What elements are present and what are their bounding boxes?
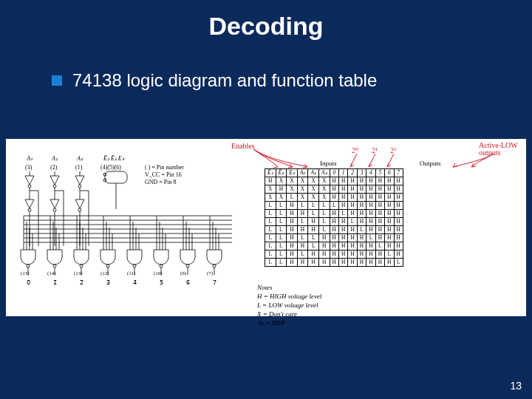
out-pin: (12) [100, 270, 109, 276]
svg-point-60 [133, 265, 136, 267]
out-pin: (7) [207, 270, 213, 276]
th-output: 0 [330, 169, 338, 177]
table-cell: H [357, 234, 366, 242]
table-cell: L [265, 242, 276, 250]
table-cell: H [375, 218, 384, 226]
table-cell: H [308, 218, 319, 226]
svg-point-42 [53, 265, 56, 267]
table-cell: L [308, 234, 319, 242]
table-row: LLHHHLHHHLHHHH [265, 226, 403, 234]
table-cell: H [297, 259, 308, 267]
table-cell: H [297, 210, 308, 218]
table-cell: H [287, 226, 298, 234]
table-cell: H [330, 242, 338, 250]
table-cell: X [297, 177, 308, 185]
th-input: A₁ [308, 169, 319, 177]
svg-point-48 [80, 265, 83, 267]
out-label: 2̄ [80, 279, 83, 286]
table-cell: H [287, 250, 298, 259]
table-cell: X [318, 194, 330, 202]
table-cell: L [276, 226, 287, 234]
table-cell: H [366, 202, 375, 210]
out-label: 7̄ [213, 279, 216, 286]
table-cell: H [385, 210, 394, 218]
table-cell: H [375, 226, 384, 234]
table-cell: H [287, 242, 298, 250]
out-pin: (14) [47, 270, 56, 276]
table-cell: H [318, 259, 330, 267]
table-cell: H [357, 202, 366, 210]
table-cell: H [348, 250, 357, 259]
table-cell: H [297, 226, 308, 234]
out-pin: (9) [180, 270, 186, 276]
table-cell: H [357, 177, 366, 185]
table-cell: L [357, 226, 366, 234]
svg-rect-6 [105, 171, 127, 183]
table-cell: H [394, 185, 403, 194]
table-row: XXLXXXHHHHHHHH [265, 194, 403, 202]
table-row: LLHLLHHHHHLHHH [265, 234, 403, 242]
table-cell: H [348, 177, 357, 185]
table-cell: H [394, 218, 403, 226]
th-output: 6 [385, 169, 394, 177]
table-cell: H [366, 226, 375, 234]
table-cell: H [385, 202, 394, 210]
table-cell: L [297, 218, 308, 226]
table-row: HXXXXXHHHHHHHH [265, 177, 403, 185]
table-cell: H [330, 185, 338, 194]
table-cell: H [357, 185, 366, 194]
page-number: 13 [510, 380, 522, 392]
table-cell: L [366, 234, 375, 242]
table-cell: L [276, 218, 287, 226]
out-label: 4̄ [133, 279, 137, 286]
table-cell: L [385, 250, 394, 259]
table-cell: X [276, 177, 287, 185]
table-cell: H [348, 226, 357, 234]
table-cell: H [308, 259, 319, 267]
table-cell: H [297, 242, 308, 250]
th-output: 1 [338, 169, 347, 177]
table-cell: H [348, 259, 357, 267]
table-cell: L [318, 218, 330, 226]
notes-title: Notes [257, 283, 322, 292]
table-cell: H [348, 210, 357, 218]
notes-l1: H = HIGH voltage level [257, 292, 322, 301]
table-cell: H [394, 226, 403, 234]
table-cell: H [375, 234, 384, 242]
svg-point-66 [160, 265, 163, 267]
table-cell: H [348, 185, 357, 194]
th-output: 5 [375, 169, 384, 177]
table-cell: H [385, 242, 394, 250]
out-label: 0̄ [27, 279, 30, 286]
svg-point-54 [106, 265, 109, 267]
table-cell: H [330, 218, 338, 226]
table-cell: H [348, 202, 357, 210]
notes-l4: A₂ = MSB [257, 318, 322, 327]
notes-l3: X = Don't care [257, 310, 322, 318]
table-cell: L [338, 210, 347, 218]
th-input: Ē₂ [276, 169, 287, 177]
table-cell: H [394, 194, 403, 202]
table-cell: H [330, 177, 338, 185]
table-cell: L [276, 210, 287, 218]
table-cell: H [394, 202, 403, 210]
table-cell: H [338, 259, 347, 267]
table-cell: L [375, 242, 384, 250]
th-output: 4 [366, 169, 375, 177]
table-cell: L [308, 242, 319, 250]
table-cell: H [308, 226, 319, 234]
svg-point-78 [213, 265, 216, 267]
bullet-icon [52, 75, 62, 86]
table-cell: H [287, 218, 298, 226]
table-row: LLHHLLHLHHHHHH [265, 210, 403, 218]
table-cell: H [338, 185, 347, 194]
table-cell: L [265, 259, 276, 267]
svg-point-36 [27, 265, 30, 267]
table-cell: H [357, 218, 366, 226]
out-label: 5̄ [160, 279, 163, 286]
out-label: 3̄ [106, 279, 110, 286]
table-cell: H [366, 185, 375, 194]
table-cell: L [308, 202, 319, 210]
out-pin: (11) [127, 270, 135, 276]
table-cell: H [338, 218, 347, 226]
